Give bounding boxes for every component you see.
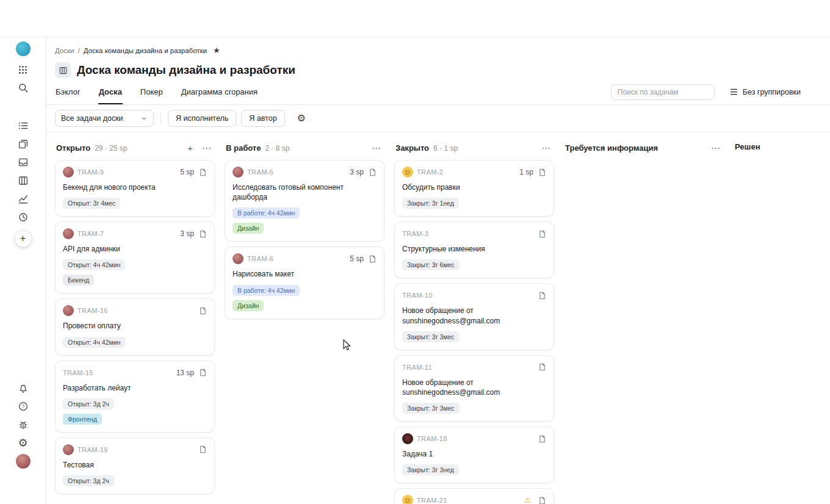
chevron-down-icon (140, 115, 148, 122)
board-column: Закрыто 6 · 1 sp ⋯ ☺ TRAM-2 1 sp Обсудит… (394, 140, 554, 504)
card-header: ☺ TRAM-21 ⚠ (402, 495, 546, 504)
card-badges: Открыт: 3д 2ч (63, 398, 207, 409)
assignee-avatar (233, 253, 244, 264)
column-menu-button[interactable]: ⋯ (369, 142, 383, 154)
column-header: Требуется информация ⋯ (564, 140, 724, 160)
card-header: TRAM-6 5 sp (233, 253, 377, 264)
notifications-bell-icon[interactable] (15, 380, 32, 397)
queues-icon[interactable] (15, 154, 32, 171)
card-title: Нарисовать макет (233, 269, 377, 279)
task-card[interactable]: TRAM-15 13 sp Разработать лейаут Открыт:… (55, 361, 215, 433)
card-title: Разработать лейаут (63, 383, 207, 393)
search-input[interactable] (611, 84, 715, 100)
assignee-avatar (63, 167, 74, 178)
card-header: TRAM-18 (402, 433, 546, 444)
column-menu-button[interactable]: ⋯ (709, 142, 723, 154)
app-window: + ? ⚙ Доски / Доска команды дизайна и ра… (0, 37, 830, 504)
card-header: TRAM-5 3 sp (233, 167, 377, 178)
card-badges: Закрыт: 3г 3нед (402, 464, 546, 475)
user-avatar[interactable] (16, 454, 31, 469)
card-title: Задача 1 (402, 449, 546, 459)
task-card[interactable]: TRAM-19 Тестовая Открыт: 3д 2ч (55, 437, 215, 494)
board-settings-gear-icon[interactable]: ⚙ (294, 113, 309, 124)
card-header: ☺ TRAM-2 1 sp (402, 167, 546, 178)
dashboards-icon[interactable] (15, 190, 32, 207)
boards-icon[interactable] (15, 172, 32, 189)
board-column: Требуется информация ⋯ (564, 140, 724, 160)
board-column: Открыто 29 · 25 sp + ⋯ TRAM-9 5 sp Бекен… (55, 140, 215, 499)
title-row: Доска команды дизайна и разработки (46, 55, 830, 78)
tab-burndown[interactable]: Диаграмма сгорания (181, 80, 258, 104)
column-header: В работе 2 · 8 sp ⋯ (225, 140, 384, 160)
card-title: Новое обращение от sunshinegodness@gmail… (402, 306, 546, 325)
tab-poker[interactable]: Покер (140, 80, 164, 104)
assignee-filter-button[interactable]: Я исполнитель (168, 110, 236, 127)
help-icon[interactable]: ? (15, 398, 32, 415)
card-key: TRAM-21 (417, 497, 447, 504)
card-badges: В работе: 4ч 42мин (233, 284, 377, 296)
card-badges: Закрыт: 3г 3мес (402, 402, 546, 414)
status-badge: Закрыт: 3г 3мес (402, 331, 460, 342)
assignee-avatar (402, 433, 413, 444)
description-doc-icon (369, 168, 377, 176)
task-card[interactable]: TRAM-9 5 sp Бекенд для нового проекта От… (55, 160, 215, 217)
task-card[interactable]: TRAM-6 5 sp Нарисовать макет В работе: 4… (225, 247, 384, 319)
task-card[interactable]: ☺ TRAM-21 ⚠ Тестовая задача по проекту З… (394, 488, 554, 504)
column-meta: 2 · 8 sp (265, 144, 289, 153)
task-card[interactable]: TRAM-7 3 sp API для админки Открыт: 4ч 4… (55, 221, 215, 293)
task-card[interactable]: TRAM-11 Новое обращение от sunshinegodne… (394, 355, 554, 422)
card-header: TRAM-9 5 sp (63, 167, 207, 178)
card-badges: Закрыт: 3г 3мес (402, 331, 546, 342)
column-menu-button[interactable]: ⋯ (539, 142, 553, 154)
author-filter-button[interactable]: Я автор (241, 110, 284, 127)
column-add-button[interactable]: + (185, 142, 195, 154)
assignee-avatar: ☺ (402, 167, 413, 178)
column-title: Решен (735, 142, 760, 151)
bug-report-icon[interactable] (15, 416, 32, 433)
task-card[interactable]: TRAM-10 Новое обращение от sunshinegodne… (394, 283, 554, 350)
task-card[interactable]: TRAM-5 3 sp Исследовать готовый компонен… (225, 160, 384, 242)
card-tag: Дизайн (233, 223, 264, 234)
svg-text:?: ? (21, 404, 24, 409)
breadcrumb-link-boards[interactable]: Доски (55, 47, 74, 54)
card-tag: Фронтенд (63, 414, 102, 425)
card-key: TRAM-9 (78, 168, 104, 176)
tracker-logo-icon[interactable] (15, 43, 32, 60)
description-doc-icon (199, 307, 207, 315)
status-badge: Открыт: 3г 4мес (63, 198, 120, 209)
task-card[interactable]: TRAM-18 Задача 1 Закрыт: 3г 3нед (394, 427, 554, 483)
recent-clock-icon[interactable] (15, 209, 32, 226)
description-doc-icon (538, 435, 546, 443)
tab-backlog[interactable]: Бэклог (55, 80, 81, 104)
story-points: 5 sp (180, 168, 194, 176)
apps-grid-icon[interactable] (15, 61, 32, 78)
favorite-star-icon[interactable]: ★ (213, 46, 220, 55)
description-doc-icon (538, 230, 546, 238)
create-button[interactable]: + (15, 230, 32, 247)
my-tasks-icon[interactable] (15, 117, 32, 134)
card-key: TRAM-19 (78, 446, 108, 453)
task-card[interactable]: TRAM-16 Провести оплату Открыт: 4ч 42мин (55, 298, 215, 355)
tab-board[interactable]: Доска (98, 80, 123, 104)
column-menu-button[interactable]: ⋯ (200, 142, 214, 154)
story-points: 13 sp (176, 369, 194, 377)
card-badges: Закрыт: 3г 1нед (402, 197, 546, 209)
breadcrumb-separator: / (78, 47, 80, 54)
assignee-avatar (63, 305, 74, 316)
card-key: TRAM-18 (417, 435, 447, 442)
card-tags: Фронтенд (63, 414, 207, 425)
tabs-right-tools: Без группировки (611, 84, 830, 100)
search-icon[interactable] (15, 79, 32, 96)
filter-bar: Все задачи доски Я исполнитель Я автор ⚙ (46, 105, 830, 132)
card-header: TRAM-15 13 sp (63, 367, 207, 378)
description-doc-icon (199, 445, 207, 453)
task-card[interactable]: TRAM-3 Структурные изменения Закрыт: 3г … (394, 221, 554, 278)
settings-gear-icon[interactable]: ⚙ (15, 434, 32, 452)
task-card[interactable]: ☺ TRAM-2 1 sp Обсудить правки Закрыт: 3г… (394, 160, 554, 217)
status-badge: Открыт: 4ч 42мин (63, 337, 125, 348)
grouping-button[interactable]: Без группировки (726, 87, 804, 97)
scope-dropdown[interactable]: Все задачи доски (55, 110, 154, 127)
breadcrumb-current: Доска команды дизайна и разработки (84, 47, 207, 54)
grouping-icon (729, 87, 738, 96)
projects-icon[interactable] (15, 135, 32, 153)
